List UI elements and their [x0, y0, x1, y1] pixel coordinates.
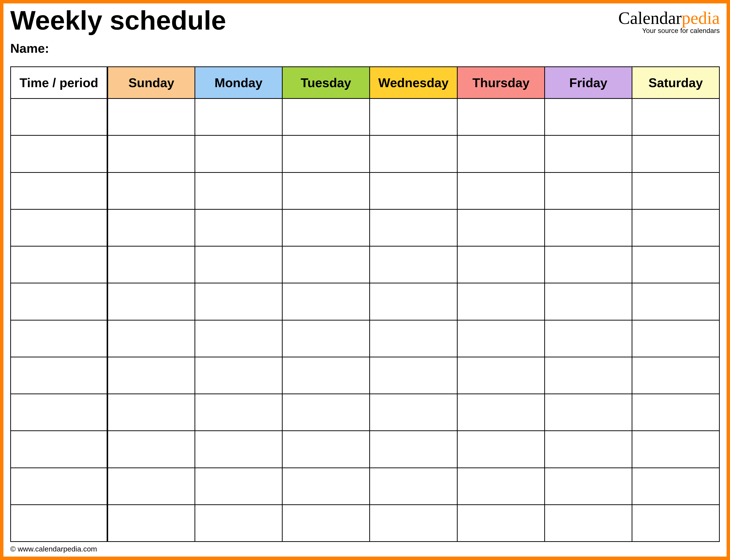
schedule-cell[interactable]: [457, 283, 544, 320]
schedule-cell[interactable]: [195, 209, 282, 246]
schedule-cell[interactable]: [107, 283, 195, 320]
schedule-cell[interactable]: [457, 505, 544, 541]
schedule-cell[interactable]: [195, 431, 282, 468]
schedule-cell[interactable]: [632, 431, 719, 468]
schedule-cell[interactable]: [282, 246, 369, 283]
schedule-cell[interactable]: [457, 431, 544, 468]
schedule-cell[interactable]: [369, 505, 457, 541]
schedule-cell[interactable]: [107, 357, 195, 394]
schedule-cell[interactable]: [107, 468, 195, 505]
schedule-cell[interactable]: [457, 135, 544, 172]
schedule-cell[interactable]: [195, 505, 282, 541]
schedule-cell[interactable]: [282, 283, 369, 320]
schedule-cell[interactable]: [457, 246, 544, 283]
schedule-cell[interactable]: [195, 357, 282, 394]
schedule-cell[interactable]: [107, 135, 195, 172]
table-row: [11, 172, 720, 209]
table-row: [11, 357, 720, 394]
schedule-cell[interactable]: [107, 99, 195, 135]
schedule-cell[interactable]: [195, 468, 282, 505]
schedule-cell[interactable]: [282, 431, 369, 468]
schedule-cell[interactable]: [369, 209, 457, 246]
schedule-cell[interactable]: [107, 172, 195, 209]
schedule-cell[interactable]: [195, 394, 282, 431]
schedule-cell[interactable]: [282, 135, 369, 172]
schedule-cell[interactable]: [632, 394, 719, 431]
schedule-cell[interactable]: [195, 172, 282, 209]
schedule-cell[interactable]: [632, 99, 719, 135]
schedule-cell[interactable]: [282, 320, 369, 357]
schedule-cell[interactable]: [632, 209, 719, 246]
time-cell[interactable]: [11, 172, 108, 209]
schedule-cell[interactable]: [369, 246, 457, 283]
schedule-cell[interactable]: [545, 246, 632, 283]
column-header-time: Time / period: [11, 67, 108, 99]
schedule-cell[interactable]: [282, 357, 369, 394]
schedule-cell[interactable]: [107, 394, 195, 431]
schedule-cell[interactable]: [632, 357, 719, 394]
time-cell[interactable]: [11, 357, 108, 394]
schedule-cell[interactable]: [107, 209, 195, 246]
schedule-cell[interactable]: [632, 505, 719, 541]
time-cell[interactable]: [11, 468, 108, 505]
schedule-cell[interactable]: [107, 431, 195, 468]
schedule-cell[interactable]: [107, 505, 195, 541]
schedule-cell[interactable]: [545, 209, 632, 246]
schedule-cell[interactable]: [195, 320, 282, 357]
time-cell[interactable]: [11, 505, 108, 541]
schedule-cell[interactable]: [457, 357, 544, 394]
schedule-cell[interactable]: [632, 246, 719, 283]
schedule-cell[interactable]: [545, 468, 632, 505]
schedule-cell[interactable]: [545, 172, 632, 209]
schedule-cell[interactable]: [369, 135, 457, 172]
time-cell[interactable]: [11, 209, 108, 246]
schedule-cell[interactable]: [282, 394, 369, 431]
schedule-cell[interactable]: [369, 172, 457, 209]
schedule-cell[interactable]: [545, 357, 632, 394]
schedule-cell[interactable]: [632, 468, 719, 505]
time-cell[interactable]: [11, 246, 108, 283]
schedule-cell[interactable]: [369, 357, 457, 394]
schedule-cell[interactable]: [457, 394, 544, 431]
schedule-cell[interactable]: [457, 172, 544, 209]
time-cell[interactable]: [11, 431, 108, 468]
schedule-cell[interactable]: [457, 209, 544, 246]
time-cell[interactable]: [11, 283, 108, 320]
schedule-cell[interactable]: [545, 394, 632, 431]
schedule-cell[interactable]: [632, 172, 719, 209]
schedule-cell[interactable]: [369, 394, 457, 431]
time-cell[interactable]: [11, 99, 108, 135]
schedule-cell[interactable]: [107, 320, 195, 357]
schedule-cell[interactable]: [457, 468, 544, 505]
time-cell[interactable]: [11, 320, 108, 357]
schedule-cell[interactable]: [195, 283, 282, 320]
schedule-cell[interactable]: [282, 505, 369, 541]
schedule-cell[interactable]: [545, 283, 632, 320]
schedule-cell[interactable]: [369, 431, 457, 468]
schedule-cell[interactable]: [545, 99, 632, 135]
schedule-cell[interactable]: [107, 246, 195, 283]
schedule-cell[interactable]: [282, 209, 369, 246]
column-header-wednesday: Wednesday: [369, 67, 457, 99]
schedule-cell[interactable]: [632, 283, 719, 320]
schedule-cell[interactable]: [282, 99, 369, 135]
schedule-cell[interactable]: [545, 431, 632, 468]
schedule-cell[interactable]: [282, 172, 369, 209]
schedule-cell[interactable]: [195, 135, 282, 172]
schedule-cell[interactable]: [545, 320, 632, 357]
time-cell[interactable]: [11, 135, 108, 172]
schedule-cell[interactable]: [369, 320, 457, 357]
schedule-cell[interactable]: [195, 99, 282, 135]
schedule-cell[interactable]: [369, 283, 457, 320]
time-cell[interactable]: [11, 394, 108, 431]
schedule-cell[interactable]: [369, 99, 457, 135]
schedule-cell[interactable]: [457, 320, 544, 357]
schedule-cell[interactable]: [369, 468, 457, 505]
schedule-cell[interactable]: [195, 246, 282, 283]
schedule-cell[interactable]: [545, 135, 632, 172]
schedule-cell[interactable]: [457, 99, 544, 135]
schedule-cell[interactable]: [632, 135, 719, 172]
schedule-cell[interactable]: [282, 468, 369, 505]
schedule-cell[interactable]: [545, 505, 632, 541]
schedule-cell[interactable]: [632, 320, 719, 357]
